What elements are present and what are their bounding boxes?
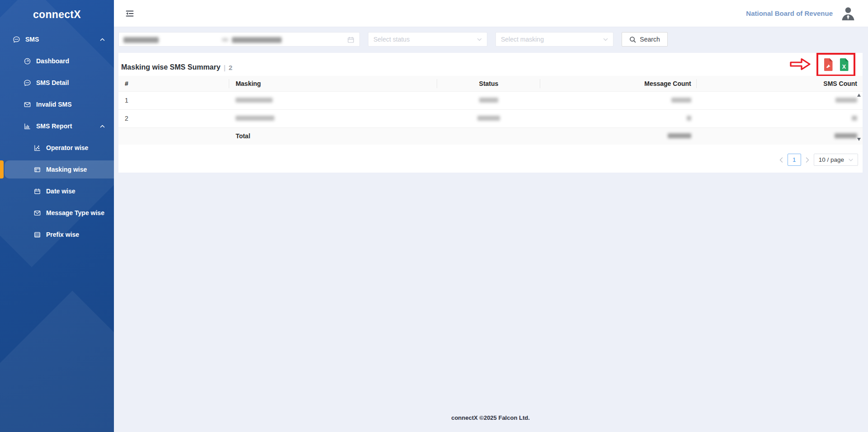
content: Select status Select masking Search: [114, 27, 868, 432]
sidebar-nav: SMS Dashboard SMS Detail: [0, 29, 114, 244]
sidebar-item-label: Dashboard: [36, 57, 69, 65]
col-masking: Masking: [229, 76, 437, 91]
summary-panel: Masking wise SMS Summary | 2: [118, 53, 863, 173]
sidebar-item-message-type-wise[interactable]: Message Type wise: [0, 204, 114, 222]
calendar-icon: [347, 36, 354, 43]
table-scroll-up-arrow[interactable]: [857, 94, 861, 97]
page-size-value: 10 / page: [819, 156, 844, 163]
pagination-prev-button[interactable]: [778, 157, 784, 163]
chevron-down-icon: [477, 38, 482, 41]
cell-empty: [118, 127, 229, 145]
sidebar-item-label: SMS: [25, 36, 39, 43]
col-status: Status: [437, 76, 540, 91]
organization-name: National Board of Revenue: [746, 9, 833, 17]
export-annotation: X: [789, 53, 855, 76]
svg-text:X: X: [842, 64, 846, 70]
col-message-count: Message Count: [540, 76, 697, 91]
masking-select[interactable]: Select masking: [495, 32, 613, 47]
sms-detail-icon: [24, 79, 31, 87]
table-row: 1: [118, 91, 863, 109]
sidebar-item-label: Masking wise: [46, 166, 87, 173]
chevron-down-icon: [849, 159, 853, 161]
message-type-wise-icon: [33, 209, 41, 217]
masking-wise-icon: [33, 166, 41, 174]
main-area: National Board of Revenue S: [114, 0, 868, 432]
topbar: National Board of Revenue: [114, 0, 868, 27]
sidebar-item-label: Message Type wise: [46, 209, 104, 216]
sidebar-item-dashboard[interactable]: Dashboard: [0, 52, 114, 70]
cell-serial: 2: [118, 109, 229, 127]
date-range-picker[interactable]: [118, 32, 360, 47]
sidebar-item-sms-detail[interactable]: SMS Detail: [0, 74, 114, 92]
sms-report-icon: [24, 122, 31, 130]
cell-serial: 1: [118, 91, 229, 109]
sidebar-item-sms[interactable]: SMS: [0, 30, 114, 48]
cell-total-sms-count-redacted: [697, 127, 863, 145]
table-row: 2: [118, 109, 863, 127]
pagination-next-button[interactable]: [805, 157, 810, 163]
sidebar-item-label: SMS Report: [36, 122, 72, 130]
sidebar-item-label: Invalid SMS: [36, 101, 72, 108]
app-root: connectX SMS Dashboard: [0, 0, 868, 432]
chevron-down-icon: [603, 38, 608, 41]
cell-status-redacted: [437, 109, 540, 127]
sidebar-item-label: Date wise: [46, 188, 75, 195]
excel-export-icon[interactable]: X: [839, 58, 849, 71]
page-size-select[interactable]: 10 / page: [814, 154, 858, 166]
chevron-up-icon: [100, 125, 105, 128]
brand-logo: connectX: [0, 0, 114, 29]
end-date-redacted: [232, 37, 282, 43]
sidebar-item-invalid-sms[interactable]: Invalid SMS: [0, 95, 114, 113]
cell-message-count-redacted: [540, 91, 697, 109]
cell-sms-count-redacted: [697, 109, 863, 127]
cell-sms-count-redacted: [697, 91, 863, 109]
footer-text: connectX ©2025 Falcon Ltd.: [118, 414, 863, 432]
sidebar-item-masking-wise[interactable]: Masking wise: [5, 160, 114, 178]
sidebar-item-date-wise[interactable]: Date wise: [0, 182, 114, 200]
start-date-redacted: [123, 37, 159, 43]
cell-empty: [437, 127, 540, 145]
user-avatar-icon[interactable]: [840, 6, 856, 21]
summary-table: # Masking Status Message Count SMS Count…: [118, 76, 863, 145]
prefix-wise-icon: [33, 231, 41, 239]
record-count: 2: [229, 64, 232, 71]
sidebar-item-prefix-wise[interactable]: Prefix wise: [0, 225, 114, 244]
cell-total-message-count-redacted: [540, 127, 697, 145]
status-select[interactable]: Select status: [368, 32, 487, 47]
sidebar-collapse-button[interactable]: [125, 9, 135, 19]
search-button-label: Search: [640, 36, 660, 43]
sidebar-item-label: SMS Detail: [36, 79, 69, 86]
cell-status-redacted: [437, 91, 540, 109]
col-sms-count: SMS Count: [697, 76, 863, 91]
magnifier-icon: [629, 36, 636, 43]
page-title: Masking wise SMS Summary: [121, 63, 221, 71]
masking-select-placeholder: Select masking: [501, 36, 544, 43]
red-arrow-annotation-icon: [789, 57, 811, 71]
chevron-left-icon: [779, 157, 783, 163]
table-scroll-down-arrow[interactable]: [857, 138, 861, 141]
chevron-up-icon: [100, 38, 105, 41]
table-total-row: Total: [118, 127, 863, 145]
dashboard-icon: [24, 57, 31, 65]
pagination: 1 10 / page: [118, 145, 863, 173]
sidebar-item-sms-report[interactable]: SMS Report: [0, 117, 114, 135]
filter-bar: Select status Select masking Search: [118, 32, 863, 47]
sidebar-item-operator-wise[interactable]: Operator wise: [0, 139, 114, 157]
pagination-page-1[interactable]: 1: [788, 154, 801, 166]
cell-total-label: Total: [229, 127, 437, 145]
col-serial: #: [118, 76, 229, 91]
chevron-right-icon: [806, 157, 809, 163]
sidebar-item-label: Operator wise: [46, 144, 88, 151]
cell-masking-redacted: [229, 109, 437, 127]
operator-wise-icon: [33, 144, 41, 152]
search-button[interactable]: Search: [622, 32, 668, 47]
pdf-export-icon[interactable]: [823, 58, 834, 71]
date-separator-redacted: [222, 38, 228, 42]
menu-fold-icon: [125, 9, 135, 19]
table-header-row: # Masking Status Message Count SMS Count: [118, 76, 863, 91]
sidebar-item-label: Prefix wise: [46, 231, 79, 238]
sms-chat-icon: [13, 36, 20, 43]
cell-masking-redacted: [229, 91, 437, 109]
sidebar: connectX SMS Dashboard: [0, 0, 114, 432]
invalid-sms-icon: [24, 101, 31, 108]
